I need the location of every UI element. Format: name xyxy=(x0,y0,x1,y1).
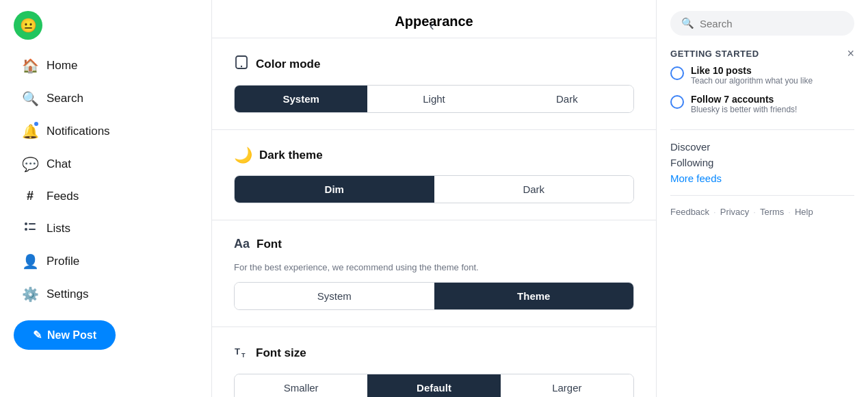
color-mode-section: Color mode System Light Dark xyxy=(212,38,656,130)
font-system-btn[interactable]: System xyxy=(235,283,434,309)
color-mode-toggle: System Light Dark xyxy=(234,85,634,113)
profile-icon: 👤 xyxy=(22,253,38,270)
notification-badge xyxy=(33,120,40,127)
font-theme-btn[interactable]: Theme xyxy=(434,283,634,309)
sidebar-item-label: Feeds xyxy=(47,190,79,203)
divider-2 xyxy=(670,195,854,196)
gs-item-icon-1 xyxy=(670,95,684,109)
main-content: ‹ Appearance Color mode System Light Dar… xyxy=(212,0,656,397)
color-mode-light-btn[interactable]: Light xyxy=(367,86,500,112)
following-link[interactable]: Following xyxy=(670,157,854,168)
sidebar-item-notifications[interactable]: 🔔 Notifications xyxy=(14,116,198,146)
search-bar[interactable]: 🔍 xyxy=(670,11,854,36)
gs-item-title-0: Like 10 posts xyxy=(691,65,813,76)
font-size-smaller-btn[interactable]: Smaller xyxy=(235,374,367,397)
lists-icon xyxy=(22,220,38,237)
font-size-title: Font size xyxy=(256,346,306,360)
sidebar-item-label: Settings xyxy=(47,287,88,301)
new-post-label: New Post xyxy=(47,329,96,342)
sidebar-item-lists[interactable]: Lists xyxy=(14,213,198,244)
font-size-icon: T T xyxy=(234,344,249,363)
dark-theme-toggle: Dim Dark xyxy=(234,175,634,203)
sidebar-item-label: Search xyxy=(47,92,83,105)
font-description: For the best experience, we recommend us… xyxy=(234,262,634,272)
dark-theme-section: 🌙 Dark theme Dim Dark xyxy=(212,130,656,220)
svg-point-5 xyxy=(241,66,242,67)
search-input[interactable] xyxy=(700,18,843,29)
color-mode-dark-btn[interactable]: Dark xyxy=(501,86,633,112)
font-toggle: System Theme xyxy=(234,282,634,310)
dark-theme-title: Dark theme xyxy=(259,149,323,162)
gs-item-1: Follow 7 accounts Bluesky is better with… xyxy=(670,90,854,118)
font-size-larger-btn[interactable]: Larger xyxy=(501,374,633,397)
new-post-button[interactable]: ✎ New Post xyxy=(14,320,116,350)
feeds-icon: # xyxy=(22,189,38,203)
settings-icon: ⚙️ xyxy=(22,286,38,303)
sidebar-item-search[interactable]: 🔍 Search xyxy=(14,84,198,114)
terms-link[interactable]: Terms xyxy=(760,207,784,217)
more-feeds-link[interactable]: More feeds xyxy=(670,172,854,184)
svg-rect-3 xyxy=(29,229,36,230)
back-button[interactable]: ‹ xyxy=(430,18,434,34)
color-mode-icon xyxy=(234,55,249,74)
font-size-toggle: Smaller Default Larger xyxy=(234,374,634,397)
close-button[interactable]: × xyxy=(847,47,854,61)
getting-started-header: GETTING STARTED × xyxy=(670,47,854,61)
color-mode-system-btn[interactable]: System xyxy=(235,86,367,112)
svg-point-2 xyxy=(25,228,27,231)
dark-theme-dim-btn[interactable]: Dim xyxy=(235,176,434,203)
svg-text:T: T xyxy=(241,352,246,359)
dark-theme-dark-btn[interactable]: Dark xyxy=(434,176,634,203)
font-title: Font xyxy=(257,238,282,251)
gs-item-desc-0: Teach our algorithm what you like xyxy=(691,76,813,86)
discover-links: Discover Following More feeds xyxy=(670,141,854,184)
new-post-icon: ✎ xyxy=(33,329,42,342)
color-mode-title: Color mode xyxy=(256,57,320,71)
gs-item-desc-1: Bluesky is better with friends! xyxy=(691,105,797,114)
sidebar-item-profile[interactable]: 👤 Profile xyxy=(14,246,198,277)
svg-rect-1 xyxy=(29,223,36,225)
avatar[interactable]: 😐 xyxy=(14,11,42,40)
footer-links: Feedback · Privacy · Terms · Help xyxy=(670,207,854,217)
sidebar-item-settings[interactable]: ⚙️ Settings xyxy=(14,279,198,309)
home-icon: 🏠 xyxy=(22,57,38,74)
feedback-link[interactable]: Feedback xyxy=(670,207,709,217)
search-icon: 🔍 xyxy=(22,90,38,107)
sidebar-item-chat[interactable]: 💬 Chat xyxy=(14,149,198,179)
svg-text:T: T xyxy=(235,346,240,357)
chat-icon: 💬 xyxy=(22,156,38,172)
help-link[interactable]: Help xyxy=(795,207,813,217)
sidebar-item-label: Lists xyxy=(47,222,70,235)
getting-started-panel: GETTING STARTED × Like 10 posts Teach ou… xyxy=(670,47,854,118)
gs-item-icon-0 xyxy=(670,66,684,80)
sidebar-item-label: Profile xyxy=(47,255,79,268)
sidebar-item-feeds[interactable]: # Feeds xyxy=(14,182,198,210)
sidebar-item-label: Notifications xyxy=(47,125,110,138)
privacy-link[interactable]: Privacy xyxy=(720,207,750,217)
svg-point-0 xyxy=(25,222,27,225)
sidebar: 😐 🏠 Home 🔍 Search 🔔 Notifications 💬 Chat… xyxy=(0,0,212,397)
right-panel: 🔍 GETTING STARTED × Like 10 posts Teach … xyxy=(656,0,868,397)
gs-item-title-1: Follow 7 accounts xyxy=(691,94,797,105)
font-size-section: T T Font size Smaller Default Larger xyxy=(212,327,656,397)
gs-item-0: Like 10 posts Teach our algorithm what y… xyxy=(670,61,854,90)
moon-icon: 🌙 xyxy=(234,146,252,164)
getting-started-title: GETTING STARTED xyxy=(670,49,759,59)
sidebar-item-label: Home xyxy=(47,59,77,73)
font-section: Aa Font For the best experience, we reco… xyxy=(212,220,656,327)
sidebar-item-home[interactable]: 🏠 Home xyxy=(14,51,198,81)
font-size-default-btn[interactable]: Default xyxy=(367,374,500,397)
discover-link[interactable]: Discover xyxy=(670,141,854,153)
font-icon: Aa xyxy=(234,237,250,251)
divider-1 xyxy=(670,129,854,130)
sidebar-item-label: Chat xyxy=(47,157,71,171)
search-icon: 🔍 xyxy=(681,17,694,29)
